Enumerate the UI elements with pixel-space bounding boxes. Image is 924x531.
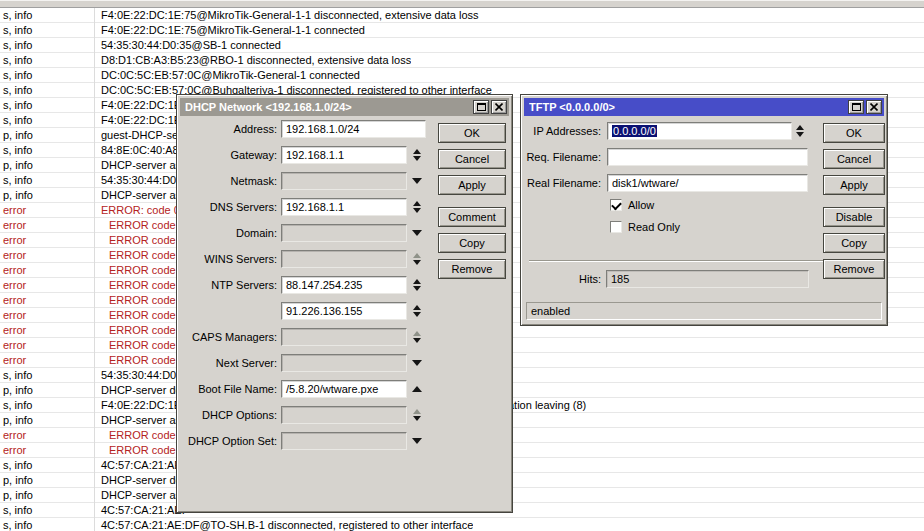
gateway-spinner[interactable] (410, 146, 424, 164)
log-cell-message: ERROR code: (95, 429, 179, 441)
copy-button[interactable]: Copy (438, 233, 506, 253)
log-cell-topics: p, info (0, 474, 95, 486)
real-filename-field[interactable]: disk1/wtware/ (607, 174, 808, 192)
log-cell-topics: p, info (0, 159, 95, 171)
ip-addresses-spinner[interactable] (793, 122, 807, 140)
apply-button[interactable]: Apply (438, 175, 506, 195)
log-cell-topics: s, info (0, 99, 95, 111)
log-cell-topics: error (0, 324, 95, 336)
netmask-dropdown-button[interactable] (410, 172, 424, 190)
ntp-servers-2-value: 91.226.136.155 (286, 305, 362, 317)
dns-servers-label: DNS Servers: (181, 198, 277, 216)
log-column-header[interactable] (0, 0, 924, 8)
dhcp-option-set-label: DHCP Option Set: (181, 432, 277, 450)
dhcp-options-spinner[interactable] (410, 406, 424, 424)
wins-servers-spinner[interactable] (410, 250, 424, 268)
log-cell-topics: p, info (0, 189, 95, 201)
log-cell-message: ERROR code: (95, 444, 179, 456)
netmask-field (281, 172, 407, 190)
dhcp-option-set-field (281, 432, 407, 450)
log-cell-message: 4C:57:CA:21:AE: (95, 504, 185, 516)
remove-button[interactable]: Remove (438, 259, 506, 279)
up-arrow-icon (413, 149, 421, 154)
dhcp-dialog-title: DHCP Network <192.168.1.0/24> (185, 101, 471, 113)
log-cell-message: DHCP-server dea (95, 474, 188, 486)
address-field[interactable]: 192.168.1.0/24 (281, 120, 426, 138)
log-row[interactable]: s, info54:35:30:44:D0:35@SB-1 connected (0, 38, 924, 53)
apply-button[interactable]: Apply (823, 175, 885, 195)
up-arrow-icon (413, 305, 421, 310)
hits-label: Hits: (525, 270, 601, 288)
allow-checkbox-row: Allow (610, 198, 654, 211)
log-cell-topics: s, info (0, 84, 95, 96)
ntp-servers-field[interactable]: 88.147.254.235 (281, 276, 407, 294)
close-button[interactable] (491, 100, 507, 114)
disable-button[interactable]: Disable (823, 207, 885, 227)
domain-dropdown-button[interactable] (410, 224, 424, 242)
maximize-button[interactable] (848, 100, 864, 114)
ip-addresses-label: IP Addresses: (525, 122, 601, 140)
log-cell-topics: s, info (0, 114, 95, 126)
hits-field: 185 (606, 270, 809, 288)
boot-file-name-spinner[interactable] (410, 380, 424, 398)
log-cell-topics: error (0, 279, 95, 291)
log-row[interactable]: s, info4C:57:CA:21:AE:DF@TO-SH.B-1 disco… (0, 518, 924, 531)
gateway-field[interactable]: 192.168.1.1 (281, 146, 407, 164)
maximize-button[interactable] (473, 100, 489, 114)
log-cell-topics: p, info (0, 129, 95, 141)
ip-addresses-value: 0.0.0.0/0 (612, 125, 657, 137)
log-cell-message: DHCP-server dea (95, 384, 188, 396)
log-cell-message: ERROR code: (95, 279, 179, 291)
allow-checkbox[interactable] (610, 199, 622, 211)
boot-file-name-field[interactable]: /5.8.20/wtware.pxe (281, 380, 407, 398)
log-row[interactable]: s, infoF4:0E:22:DC:1E:75@MikroTik-Genera… (0, 23, 924, 38)
ok-button[interactable]: OK (438, 123, 506, 143)
close-icon (495, 103, 503, 111)
cancel-button[interactable]: Cancel (438, 149, 506, 169)
dns-servers-spinner[interactable] (410, 198, 424, 216)
log-cell-topics: s, info (0, 39, 95, 51)
log-row[interactable]: s, infoD8:D1:CB:A3:B5:23@RBO-1 disconnec… (0, 53, 924, 68)
log-row[interactable]: s, infoF4:0E:22:DC:1E:75@MikroTik-Genera… (0, 8, 924, 23)
tftp-dialog-titlebar[interactable]: TFTP <0.0.0.0/0> (524, 98, 884, 116)
dns-servers-field[interactable]: 192.168.1.1 (281, 198, 407, 216)
ok-button[interactable]: OK (823, 123, 885, 143)
read-only-checkbox[interactable] (610, 221, 622, 233)
comment-button[interactable]: Comment (438, 207, 506, 227)
log-fragment-overlay: ation leaving (8) (508, 398, 586, 413)
log-cell-message: ERROR code: (95, 309, 179, 321)
up-arrow-icon (413, 409, 421, 414)
log-cell-topics: s, info (0, 144, 95, 156)
next-server-dropdown-button[interactable] (410, 354, 424, 372)
log-cell-message: DHCP-server ass (95, 489, 187, 501)
log-cell-message: F4:0E:22:DC:1E:75@MikroTik-General-1-1 d… (95, 9, 479, 21)
log-row[interactable]: s, infoDC:0C:5C:EB:57:0C@MikroTik-Genera… (0, 68, 924, 83)
up-arrow-icon (413, 253, 421, 258)
log-cell-topics: error (0, 249, 95, 261)
log-cell-topics: error (0, 354, 95, 366)
ip-addresses-field[interactable]: 0.0.0.0/0 (607, 122, 792, 140)
copy-button[interactable]: Copy (823, 233, 885, 253)
dhcp-dialog-titlebar[interactable]: DHCP Network <192.168.1.0/24> (180, 98, 509, 116)
ntp-servers-spinner[interactable] (410, 276, 424, 294)
req-filename-label: Req. Filename: (525, 148, 601, 166)
dhcp-options-field (281, 406, 407, 424)
ntp-servers-2-field[interactable]: 91.226.136.155 (281, 302, 407, 320)
caps-managers-spinner[interactable] (410, 328, 424, 346)
ntp-servers-2-spinner[interactable] (410, 302, 424, 320)
caps-managers-field (281, 328, 407, 346)
address-value: 192.168.1.0/24 (286, 123, 359, 135)
ntp-servers-value: 88.147.254.235 (286, 279, 362, 291)
remove-button[interactable]: Remove (823, 259, 885, 279)
dhcp-option-set-dropdown-button[interactable] (410, 432, 424, 450)
req-filename-field[interactable] (607, 148, 808, 166)
status-bar: enabled (526, 302, 882, 320)
log-cell-topics: s, info (0, 369, 95, 381)
log-cell-message: ERROR: code 0 (95, 204, 180, 216)
tftp-dialog: TFTP <0.0.0.0/0> Hits: 185 enabled IP Ad… (520, 94, 888, 326)
log-cell-message: ERROR code: (95, 249, 179, 261)
dhcp-options-label: DHCP Options: (181, 406, 277, 424)
up-arrow-icon (413, 201, 421, 206)
cancel-button[interactable]: Cancel (823, 149, 885, 169)
close-button[interactable] (866, 100, 882, 114)
